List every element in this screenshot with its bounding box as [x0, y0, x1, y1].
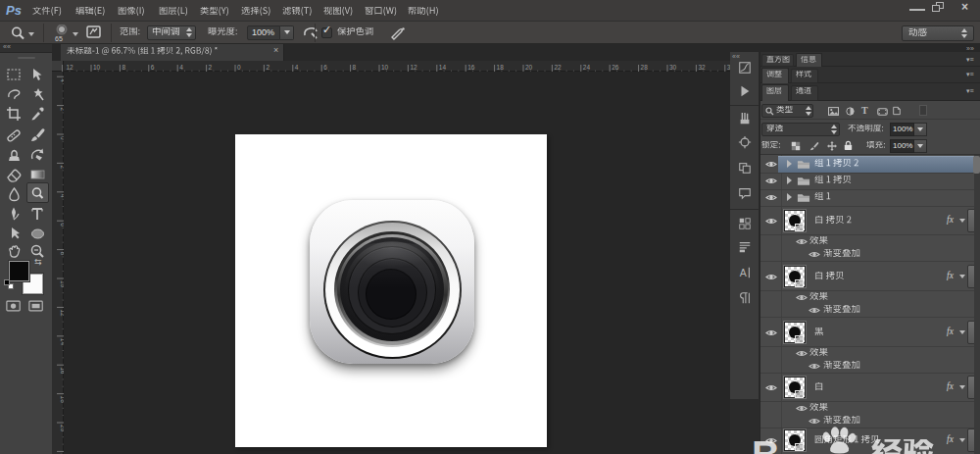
svg-text:26: 26	[612, 64, 619, 71]
svg-text:18: 18	[497, 64, 505, 71]
svg-text:2: 2	[266, 64, 270, 71]
svg-text:2: 2	[60, 165, 65, 169]
svg-text:2: 2	[209, 64, 213, 71]
svg-text:8: 8	[353, 64, 357, 71]
svg-text:10: 10	[93, 64, 101, 71]
svg-text:4: 4	[60, 194, 65, 198]
svg-text:6: 6	[60, 223, 65, 227]
svg-text:8: 8	[60, 252, 65, 256]
svg-text:4: 4	[295, 64, 299, 71]
svg-text:0: 0	[237, 64, 241, 71]
svg-text:6: 6	[323, 64, 327, 71]
svg-text:22: 22	[554, 64, 562, 71]
svg-text:12: 12	[60, 309, 65, 317]
svg-text:20: 20	[525, 64, 533, 71]
svg-text:6: 6	[151, 64, 155, 71]
svg-text:4: 4	[179, 64, 183, 71]
svg-text:14: 14	[439, 64, 447, 71]
svg-text:16: 16	[467, 64, 475, 71]
svg-text:16: 16	[60, 367, 65, 375]
svg-text:0: 0	[60, 136, 65, 140]
svg-text:12: 12	[410, 64, 417, 71]
svg-text:24: 24	[583, 64, 591, 71]
svg-text:4: 4	[60, 78, 65, 82]
svg-text:18: 18	[60, 396, 65, 404]
svg-text:20: 20	[60, 425, 65, 432]
svg-text:8: 8	[122, 64, 125, 71]
svg-text:2: 2	[60, 108, 65, 112]
svg-text:14: 14	[60, 338, 65, 346]
svg-text:32: 32	[698, 64, 706, 71]
svg-text:30: 30	[669, 64, 677, 71]
svg-text:28: 28	[641, 64, 649, 71]
svg-text:10: 10	[60, 280, 65, 288]
svg-text:10: 10	[381, 64, 389, 71]
svg-text:A: A	[740, 267, 747, 278]
svg-text:12: 12	[67, 64, 74, 71]
